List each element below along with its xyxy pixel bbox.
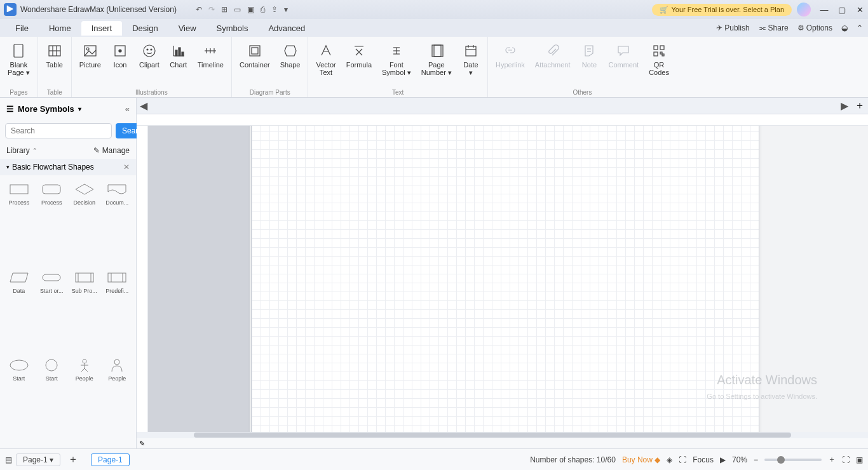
menu-symbols[interactable]: Symbols [207, 21, 259, 36]
ribbon-picture-button[interactable]: Picture [76, 39, 105, 88]
shape-subprocess[interactable]: Sub Pro... [69, 269, 100, 356]
svg-rect-27 [432, 45, 441, 57]
ribbon-timeline-button[interactable]: Timeline [194, 39, 227, 88]
qr-icon [651, 42, 667, 60]
status-bar: ▤ Page-1 ▾ ＋ Page-1 Number of shapes: 10… [0, 448, 868, 470]
options-button[interactable]: ⚙ Options [797, 24, 832, 32]
shape-document[interactable]: Docum... [102, 180, 133, 267]
zoom-in-button[interactable]: ＋ [828, 454, 836, 465]
ribbon-blank-page-button[interactable]: BlankPage ▾ [4, 39, 34, 88]
eyedropper-icon[interactable]: ✎ [139, 440, 145, 448]
layers-icon[interactable]: ◈ [667, 455, 672, 464]
fullscreen-icon[interactable]: ⛶ [842, 455, 850, 464]
ribbon-table-button[interactable]: Table [42, 39, 67, 88]
presentation-icon[interactable]: ▶ [720, 455, 726, 464]
close-category-icon[interactable]: ✕ [123, 163, 130, 171]
menu-view[interactable]: View [168, 21, 207, 36]
color-palette: ✎ [137, 438, 868, 448]
focus-button[interactable]: Focus [693, 455, 714, 464]
zoom-slider[interactable] [764, 459, 822, 461]
share-button[interactable]: ⫘ Share [759, 24, 789, 32]
ribbon-chart-button[interactable]: Chart [166, 39, 191, 88]
ribbon-container-button[interactable]: Container [236, 39, 274, 88]
manage-library-button[interactable]: ✎ Manage [93, 146, 130, 155]
fit-icon[interactable]: ⛶ [679, 455, 686, 464]
undo-icon[interactable]: ↶ [196, 5, 202, 14]
shape-roundrect[interactable]: Process [37, 180, 67, 267]
svg-marker-43 [10, 273, 28, 282]
svg-line-56 [81, 368, 85, 372]
zoom-level[interactable]: 70% [732, 455, 747, 464]
open-icon[interactable]: ▭ [234, 5, 241, 14]
menu-design[interactable]: Design [122, 21, 168, 36]
export-icon[interactable]: ⇪ [271, 5, 278, 14]
page-panel-icon[interactable]: ▤ [5, 455, 12, 464]
print-icon[interactable]: ⎙ [261, 5, 265, 14]
svg-point-6 [86, 48, 89, 50]
svg-rect-39 [662, 54, 664, 56]
svg-point-8 [119, 50, 121, 52]
svg-point-11 [151, 49, 152, 50]
qat-more-icon[interactable]: ▾ [284, 5, 288, 14]
tab-scroll-right-icon[interactable]: ▶ [837, 98, 851, 114]
minimize-button[interactable]: — [820, 5, 829, 15]
panel-toggle-icon[interactable]: ▣ [856, 455, 863, 464]
ribbon-page-number-button[interactable]: PageNumber ▾ [417, 39, 456, 88]
add-page-button[interactable]: ＋ [68, 453, 78, 466]
ribbon-qr-button[interactable]: QRCodes [645, 39, 673, 88]
svg-line-57 [85, 368, 88, 372]
shape-terminator[interactable]: Start or... [37, 269, 67, 356]
vertical-ruler [137, 126, 148, 432]
page[interactable] [251, 126, 759, 432]
ribbon-comment-button: Comment [604, 39, 642, 88]
collapse-panel-icon[interactable]: « [125, 104, 130, 114]
collapse-ribbon-icon[interactable]: ⌃ [857, 24, 863, 32]
shape-person2[interactable]: People [102, 356, 133, 443]
svg-rect-36 [660, 46, 664, 50]
new-icon[interactable]: ⊞ [221, 5, 227, 14]
horizontal-scrollbar[interactable] [137, 432, 868, 438]
publish-button[interactable]: ✈ Publish [716, 24, 749, 32]
menu-home[interactable]: Home [39, 21, 81, 36]
more-symbols-label[interactable]: More Symbols [18, 104, 74, 114]
drawing-canvas[interactable]: Activate Windows Go to Settings to activ… [137, 126, 868, 432]
ribbon-shape-button[interactable]: Shape [276, 39, 304, 88]
user-avatar[interactable] [797, 3, 811, 17]
notification-icon[interactable]: ◒ [841, 24, 848, 32]
shape-person1[interactable]: People [69, 356, 100, 443]
new-tab-button[interactable]: ＋ [851, 98, 868, 114]
shape-parallelogram[interactable]: Data [4, 269, 34, 356]
expand-category-icon[interactable]: ▾ [6, 164, 10, 170]
ribbon-date-button[interactable]: Date▾ [458, 39, 484, 88]
shape-circle[interactable]: Start [37, 356, 67, 443]
ribbon-formula-button[interactable]: Formula [342, 39, 376, 88]
ribbon-hyperlink-button: Hyperlink [492, 39, 529, 88]
svg-rect-22 [252, 48, 258, 54]
menu-advanced[interactable]: Advanced [258, 21, 315, 36]
ribbon-vector-text-button[interactable]: VectorText [312, 39, 339, 88]
svg-rect-16 [182, 52, 184, 56]
buy-now-link[interactable]: Buy Now ◆ [622, 455, 660, 464]
ribbon-font-symbol-button[interactable]: FontSymbol ▾ [378, 39, 415, 88]
zoom-out-button[interactable]: − [754, 455, 758, 464]
tab-scroll-left-icon[interactable]: ◀ [137, 98, 151, 114]
shape-rect[interactable]: Process [4, 180, 34, 267]
close-button[interactable]: ✕ [855, 5, 864, 15]
trial-banner[interactable]: 🛒 Your Free Trial is over. Select a Plan [652, 4, 792, 16]
ribbon-icon-button[interactable]: Icon [107, 39, 133, 88]
library-up-icon[interactable]: ⌃ [32, 147, 37, 154]
library-label[interactable]: Library [6, 146, 30, 155]
save-icon[interactable]: ▣ [247, 5, 254, 14]
maximize-button[interactable]: ▢ [837, 5, 846, 15]
page-selector[interactable]: Page-1 ▾ [16, 453, 60, 466]
shape-predefined[interactable]: Predefi... [102, 269, 133, 356]
scroll-thumb[interactable] [194, 433, 791, 438]
ribbon-clipart-button[interactable]: Clipart [135, 39, 163, 88]
active-page-tab[interactable]: Page-1 [91, 453, 130, 466]
shape-diamond[interactable]: Decision [69, 180, 100, 267]
shape-ellipse[interactable]: Start [4, 356, 34, 443]
menu-file[interactable]: File [5, 21, 39, 36]
menu-insert[interactable]: Insert [81, 21, 123, 36]
redo-icon[interactable]: ↷ [208, 5, 215, 14]
symbol-search-input[interactable] [5, 123, 112, 138]
